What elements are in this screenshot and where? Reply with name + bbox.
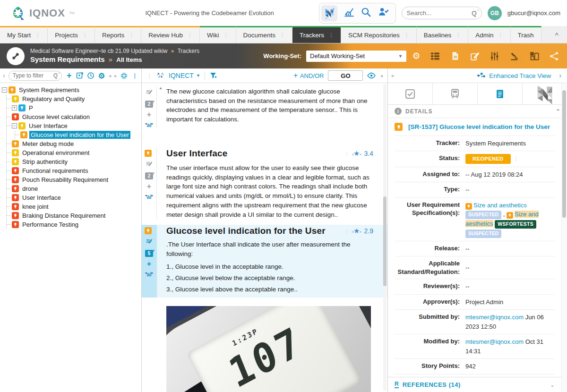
metrics-icon[interactable] [344, 7, 354, 19]
avatar[interactable]: GB [488, 6, 502, 20]
layout-icon[interactable] [529, 51, 540, 61]
tab-menu-icon[interactable]: ⋮ [129, 33, 134, 38]
tree-menu-kebab-icon[interactable]: ⋮ [131, 71, 138, 80]
document-scrollbar-thumb[interactable] [383, 196, 387, 286]
comment-count-badge[interactable]: 2 [145, 172, 153, 179]
andor-button[interactable]: + AND/OR [293, 71, 324, 80]
requirement-list-item[interactable]: 3., Glucose level above the acceptable r… [166, 286, 373, 293]
tree-expander[interactable]: + [12, 105, 17, 111]
tab-trash[interactable]: Trash [511, 26, 541, 43]
splitter-right-icon[interactable]: ▸ [392, 72, 395, 79]
user-check-icon[interactable] [378, 7, 389, 19]
tree-item[interactable]: Meter debug mode [7, 139, 140, 148]
tree-item[interactable]: Pouch Reusability Requirement [7, 175, 140, 184]
tree-item[interactable]: Operational environment [7, 148, 140, 157]
section-heading[interactable]: Glucose level indication for the User [166, 226, 326, 236]
spec-link[interactable]: Size and aesthetics [473, 202, 527, 209]
tab-baselines[interactable]: Baselines⋮ [417, 26, 469, 43]
tree-item[interactable]: Functional requirements [7, 166, 140, 175]
history-icon[interactable] [87, 71, 94, 80]
share-icon[interactable] [549, 51, 559, 61]
tab-traceability[interactable] [433, 83, 478, 104]
collapse-all-icon[interactable] [120, 71, 128, 80]
add-tracker-icon[interactable] [76, 71, 84, 80]
splitter-left-icon[interactable]: ◂ [109, 73, 112, 79]
iqnox-logo[interactable]: IQNOXTM [10, 6, 74, 21]
tab-wiki[interactable]: Wiki⋮ [200, 26, 236, 43]
tab-menu-icon[interactable]: ⋮ [83, 33, 87, 38]
tree-item[interactable]: User Interface [7, 193, 140, 202]
tree-item[interactable]: Regulatory and Quality [7, 94, 140, 103]
tree-item[interactable]: Glucose level indication for the User [15, 130, 140, 139]
project-icon[interactable] [7, 47, 25, 65]
tab-trackers[interactable]: Trackers⋮ [292, 26, 341, 43]
edit-lines-icon[interactable] [146, 160, 153, 169]
tree-item[interactable]: +P [7, 103, 140, 112]
tab-menu-icon[interactable]: ⋮ [498, 33, 503, 38]
splitter-right-icon[interactable]: ▸ [114, 73, 117, 79]
comment-count-badge[interactable]: 5 [145, 250, 153, 257]
tree-expander[interactable]: − [12, 123, 17, 128]
page-title[interactable]: System Requirements [30, 55, 105, 63]
tree-item[interactable]: knee joint [7, 202, 140, 211]
requirement-intro-line[interactable]: .The User Interface shall indicate the u… [166, 240, 373, 258]
requirement-paragraph[interactable]: The new glucose calculation algorithm sh… [166, 87, 373, 124]
view-title[interactable]: All Items [116, 56, 142, 63]
tab-menu-icon[interactable]: ⋮ [329, 33, 334, 38]
iqnect-logo-icon[interactable] [321, 5, 337, 21]
edit-lines-icon[interactable] [146, 88, 153, 97]
item-title-link[interactable]: [SR-1537] Glucose level indication for t… [408, 123, 550, 131]
collapse-panel-icon[interactable]: ‹ [3, 72, 5, 79]
comment-count-badge[interactable]: 2 [145, 101, 153, 108]
tree-item[interactable]: −User Interface [7, 121, 140, 130]
add-below-icon[interactable]: + [147, 183, 151, 190]
add-below-icon[interactable]: + [147, 111, 151, 119]
details-scrollbar-thumb[interactable] [562, 90, 566, 218]
tab-menu-icon[interactable]: ⋮ [188, 33, 192, 38]
edit-lines-icon[interactable] [146, 238, 153, 247]
document-view-icon[interactable] [450, 51, 460, 61]
iqnect-dropdown[interactable]: IQNECT▼ [169, 72, 200, 79]
tab-menu-icon[interactable]: ⋮ [456, 33, 461, 38]
sliders-icon[interactable] [490, 51, 500, 61]
tree-filter-input[interactable] [13, 72, 53, 79]
requirement-list-item[interactable]: 2., Glucuse level below the acceptable r… [166, 274, 373, 281]
working-set-select[interactable]: Default Working-Set▼ [306, 51, 406, 62]
ai-assist-icon[interactable]: ◂ai▸ [145, 194, 153, 200]
global-search-input[interactable] [407, 9, 472, 17]
doc-section-intro[interactable]: 2 + ◂ai▸ The new glucose calculation alg… [142, 86, 387, 128]
doc-section-user-interface[interactable]: 2 + ◂ai▸ User Interface ⋮ ◂★▸ 3.4 [142, 147, 387, 219]
section-heading[interactable]: User Interface [166, 148, 228, 159]
references-section-header[interactable]: R REFERENCES (14) ⌄ [388, 377, 567, 392]
go-button[interactable]: GO [328, 70, 363, 81]
status-badge[interactable]: REOPENED [465, 154, 511, 164]
nav-collapse-button[interactable]: ^ [546, 26, 567, 43]
user-email[interactable]: gbucur@iqnox.com [507, 9, 562, 17]
quick-search-icon[interactable]: Q≡ [472, 9, 477, 17]
tree-item[interactable]: −System Requirements [2, 85, 140, 94]
edit-icon[interactable] [470, 51, 480, 61]
details-scrollbar[interactable] [561, 84, 567, 392]
tab-admin[interactable]: Admin⋮ [468, 26, 510, 43]
requirement-list-item[interactable]: 1., Glucose level in the acceptable rang… [166, 263, 373, 270]
tab-tasks[interactable] [388, 83, 433, 104]
preview-eye-icon[interactable] [367, 71, 376, 80]
tree-item[interactable]: Glucose level calculation [7, 112, 140, 121]
breadcrumb-trackers[interactable]: Trackers [178, 48, 199, 54]
tab-projects[interactable]: Projects⋮ [48, 26, 95, 43]
heading-menu-icon[interactable]: ⋮ [344, 229, 349, 234]
add-filter-icon[interactable] [209, 71, 218, 80]
tab-menu-icon[interactable]: ⋮ [404, 33, 409, 38]
tab-reports[interactable]: Reports⋮ [95, 26, 141, 43]
add-item-icon[interactable]: + [65, 71, 73, 80]
tree-item[interactable]: drone [7, 184, 140, 193]
user-link[interactable]: mtesmer@iqnox.com [465, 338, 524, 345]
tab-menu-icon[interactable]: ⋮ [35, 33, 40, 38]
details-section-header[interactable]: i DETAILS ⌃ [388, 105, 567, 118]
working-set-gear-icon[interactable]: ⚙ [411, 51, 421, 61]
settings-gear-icon[interactable]: ⚙ [98, 71, 105, 80]
status-menu-icon[interactable]: ⋮ [514, 156, 518, 162]
breadcrumb-project[interactable]: Medical Software Engineer~te cb 21.09 Up… [30, 48, 168, 54]
tab-scm-repositories[interactable]: SCM Repositories⋮ [341, 26, 417, 43]
tab-documents[interactable]: Documents⋮ [236, 26, 292, 43]
